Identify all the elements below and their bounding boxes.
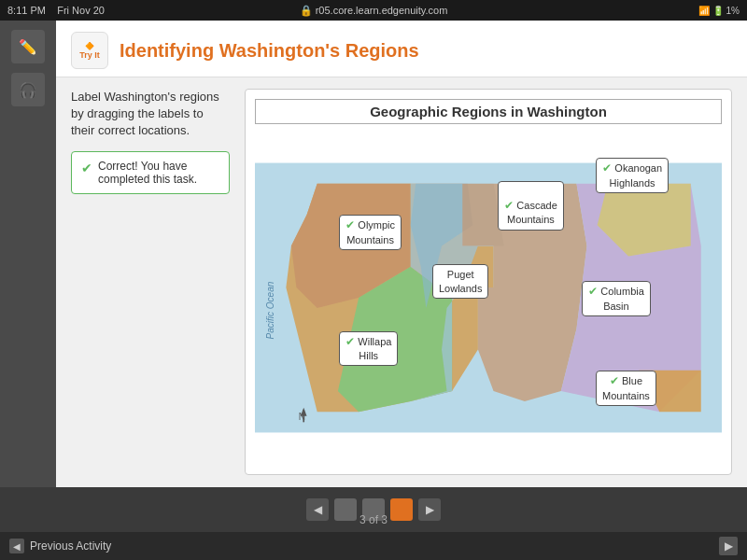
label-willapa[interactable]: ✔ WillapaHills	[339, 331, 398, 367]
content-body: Label Washington's regions by dragging t…	[56, 77, 747, 486]
nav-dot-1[interactable]	[334, 498, 357, 521]
content-header: 🔶 Try It Identifying Washington's Region…	[56, 21, 747, 77]
label-cascade[interactable]: ✔ CascadeMountains	[498, 181, 564, 230]
nav-dot-3[interactable]	[390, 498, 413, 521]
headphone-icon[interactable]: 🎧	[11, 73, 45, 106]
svg-text:Pacific Ocean: Pacific Ocean	[265, 281, 275, 339]
nav-bar: ◀ ▶ 3 of 3	[0, 487, 747, 532]
map-area: Pacific Ocean N ✔ CascadeMountains ✔ Oka…	[255, 132, 722, 464]
success-message: ✔ Correct! You have completed this task.	[71, 151, 230, 194]
page-title: Identifying Washington's Regions	[120, 40, 419, 62]
app-label: Try It	[79, 50, 100, 60]
label-puget[interactable]: PugetLowlands	[432, 264, 488, 299]
clock: 8:11 PM Fri Nov 20	[7, 5, 105, 16]
success-icon: ✔	[81, 161, 92, 175]
label-blue[interactable]: ✔ BlueMountains	[596, 371, 656, 406]
top-bar: 8:11 PM Fri Nov 20 🔒 r05.core.learn.edge…	[0, 0, 747, 21]
content-area: 🔶 Try It Identifying Washington's Region…	[56, 21, 747, 532]
prev-activity-button[interactable]: ◀ Previous Activity	[9, 539, 111, 553]
prev-activity-icon: ◀	[9, 539, 24, 553]
next-button[interactable]: ▶	[719, 537, 738, 555]
left-panel: Label Washington's regions by dragging t…	[71, 89, 230, 475]
url-bar: 🔒 r05.core.learn.edgenuity.com	[300, 5, 448, 17]
pencil-icon[interactable]: ✏️	[11, 30, 45, 63]
time-display: 8:11 PM	[7, 5, 46, 16]
prev-activity-label: Previous Activity	[30, 539, 111, 553]
app-icon: 🔶 Try It	[71, 32, 108, 69]
main-container: ✏️ 🎧 🔶 Try It Identifying Washington's R…	[0, 21, 747, 532]
instruction-text: Label Washington's regions by dragging t…	[71, 89, 230, 140]
left-sidebar: ✏️ 🎧	[0, 21, 56, 532]
label-okanogan[interactable]: ✔ OkanoganHighlands	[596, 158, 669, 193]
nav-prev-arrow[interactable]: ◀	[306, 498, 329, 521]
label-olympic[interactable]: ✔ OlympicMountains	[339, 215, 402, 250]
date-display: Fri Nov 20	[57, 5, 105, 16]
map-container: Geographic Regions in Washington	[245, 89, 732, 475]
label-columbia[interactable]: ✔ ColumbiaBasin	[582, 281, 651, 316]
map-title: Geographic Regions in Washington	[255, 99, 722, 124]
status-icons: 📶 🔋 1%	[698, 6, 740, 16]
nav-next-arrow[interactable]: ▶	[418, 498, 441, 521]
page-indicator: 3 of 3	[359, 513, 388, 526]
bottom-bar: ◀ Previous Activity ▶	[0, 532, 747, 560]
success-text: Correct! You have completed this task.	[98, 160, 219, 186]
